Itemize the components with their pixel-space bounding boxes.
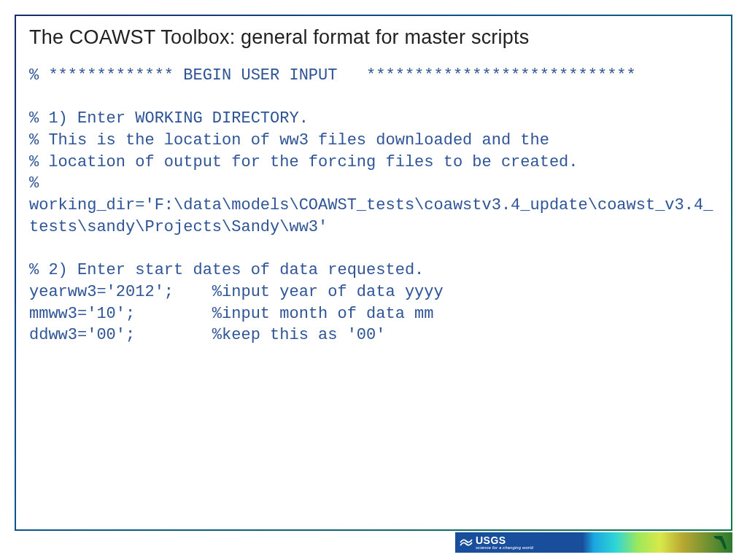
slide-frame: The COAWST Toolbox: general format for m… <box>15 15 732 531</box>
usgs-logo-main: USGS <box>476 535 533 545</box>
code-block: % ************* BEGIN USER INPUT *******… <box>29 65 718 346</box>
slide-title: The COAWST Toolbox: general format for m… <box>29 26 718 49</box>
usgs-logo-tagline: science for a changing world <box>476 545 533 550</box>
usgs-wave-icon <box>460 536 473 549</box>
usgs-text: USGS science for a changing world <box>476 535 533 550</box>
usgs-logo: USGS science for a changing world <box>455 532 533 553</box>
florida-icon <box>712 534 729 551</box>
footer-bar: USGS science for a changing world <box>455 532 732 553</box>
